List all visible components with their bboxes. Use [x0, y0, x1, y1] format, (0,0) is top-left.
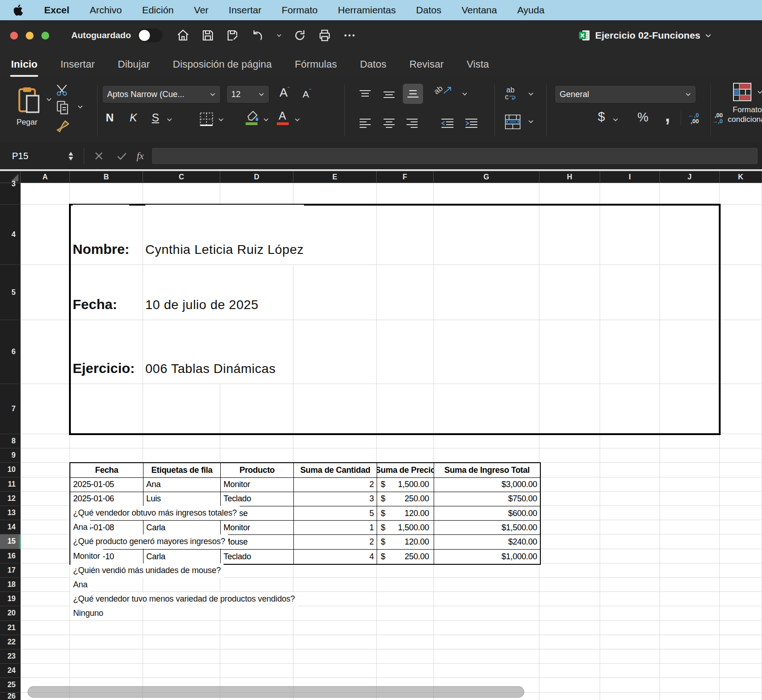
orientation-icon[interactable]: ab — [434, 86, 452, 95]
align-top-button[interactable] — [356, 86, 374, 103]
table-vendedor-1[interactable]: Luis — [143, 492, 221, 506]
qa-question-0[interactable]: ¿Qué vendedor obtuvo más ingresos totale… — [70, 506, 240, 520]
row-header-8[interactable]: 8 — [0, 434, 21, 448]
copy-icon[interactable] — [56, 100, 70, 115]
cell-D17[interactable] — [220, 563, 293, 578]
cell-H13[interactable] — [539, 506, 600, 520]
table-header-4[interactable]: Suma de Precio — [377, 463, 434, 477]
menu-herramientas[interactable]: Herramientas — [338, 5, 396, 16]
cell-H24[interactable] — [539, 664, 600, 678]
tab-vista[interactable]: Vista — [466, 56, 490, 73]
enter-icon[interactable] — [116, 151, 127, 161]
cell-C20[interactable] — [143, 606, 220, 620]
cell-I24[interactable] — [600, 664, 660, 678]
cell-H25[interactable] — [539, 678, 600, 692]
cell-K7[interactable] — [720, 384, 762, 434]
cell-E22[interactable] — [293, 635, 377, 649]
table-ingreso-4[interactable]: $240.00 — [434, 535, 540, 549]
table-ingreso-0[interactable]: $3,000.00 — [434, 478, 540, 492]
cell-K4[interactable] — [720, 205, 762, 265]
cell-C22[interactable] — [143, 635, 220, 649]
cell-A10[interactable] — [21, 463, 70, 477]
info-value-0[interactable]: Cynthia Leticia Ruiz López — [145, 205, 304, 264]
table-header-1[interactable]: Etiquetas de fila — [143, 463, 221, 477]
cell-F8[interactable] — [377, 434, 434, 448]
table-cantidad-2[interactable]: 5 — [294, 506, 377, 521]
cell-I22[interactable] — [600, 635, 660, 649]
redo-icon[interactable] — [293, 29, 307, 42]
cell-J3[interactable] — [660, 183, 720, 205]
cell-H22[interactable] — [539, 635, 600, 649]
row-header-20[interactable]: 20 — [0, 606, 21, 620]
cell-D22[interactable] — [220, 635, 293, 649]
cell-G18[interactable] — [434, 578, 539, 592]
row-header-15[interactable]: 15 — [0, 534, 21, 549]
table-fecha-0[interactable]: 2025-01-05 — [70, 478, 143, 492]
cell-J18[interactable] — [660, 578, 720, 592]
cell-I10[interactable] — [600, 463, 660, 477]
cell-J26[interactable] — [660, 693, 720, 700]
cell-I8[interactable] — [600, 434, 660, 448]
cell-K21[interactable] — [720, 621, 762, 635]
cell-K6[interactable] — [720, 320, 762, 384]
cell-J25[interactable] — [660, 678, 720, 692]
cell-K12[interactable] — [720, 492, 762, 506]
cell-I18[interactable] — [600, 578, 660, 592]
menu-excel[interactable]: Excel — [44, 5, 69, 16]
cell-K17[interactable] — [720, 563, 762, 578]
column-header-G[interactable]: G — [434, 171, 539, 183]
tab-disposici-n-de-p-gina[interactable]: Disposición de página — [172, 56, 273, 73]
format-painter-icon[interactable] — [55, 119, 71, 133]
cell-I26[interactable] — [600, 693, 660, 700]
align-bottom-button[interactable] — [403, 84, 423, 104]
cell-F18[interactable] — [377, 578, 434, 592]
save-as-icon[interactable] — [226, 29, 240, 42]
cell-G19[interactable] — [434, 592, 539, 606]
copy-menu-chevron[interactable] — [77, 105, 83, 109]
column-header-E[interactable]: E — [293, 171, 377, 183]
table-precio-0[interactable]: $1,500.00 — [377, 478, 434, 492]
tab-insertar[interactable]: Insertar — [59, 56, 96, 73]
menu-datos[interactable]: Datos — [416, 5, 441, 16]
cell-G3[interactable] — [434, 183, 539, 205]
cell-C18[interactable] — [143, 578, 220, 592]
cell-H17[interactable] — [539, 563, 600, 578]
cell-J19[interactable] — [660, 592, 720, 606]
row-header-9[interactable]: 9 — [0, 448, 21, 463]
bold-button[interactable]: N — [106, 111, 114, 124]
menu-ayuda[interactable]: Ayuda — [517, 5, 544, 16]
cell-H21[interactable] — [539, 621, 600, 635]
column-header-H[interactable]: H — [539, 171, 600, 183]
row-header-17[interactable]: 17 — [0, 563, 21, 578]
cell-I16[interactable] — [600, 549, 660, 563]
cell-K22[interactable] — [720, 635, 762, 649]
cell-H16[interactable] — [539, 549, 600, 563]
table-precio-5[interactable]: $250.00 — [377, 550, 434, 564]
insert-function-icon[interactable]: fx — [137, 150, 144, 162]
cell-I11[interactable] — [600, 477, 660, 492]
minimize-button[interactable] — [26, 32, 34, 40]
menu-archivo[interactable]: Archivo — [90, 5, 122, 16]
row-header-6[interactable]: 6 — [0, 320, 21, 384]
cell-G22[interactable] — [434, 635, 539, 649]
cell-E18[interactable] — [293, 578, 377, 592]
row-header-21[interactable]: 21 — [0, 621, 21, 635]
increase-indent-icon[interactable] — [462, 115, 481, 132]
cell-K5[interactable] — [720, 265, 762, 320]
cell-D24[interactable] — [220, 664, 293, 678]
number-format-dropdown[interactable]: General — [555, 85, 696, 103]
cell-E23[interactable] — [293, 649, 377, 664]
cell-I23[interactable] — [600, 649, 660, 664]
select-all-corner[interactable] — [0, 171, 21, 183]
row-header-24[interactable]: 24 — [0, 664, 21, 678]
font-name-dropdown[interactable]: Aptos Narrow (Cue... — [102, 85, 221, 103]
cell-K20[interactable] — [720, 606, 762, 620]
row-header-19[interactable]: 19 — [0, 592, 21, 606]
info-value-2[interactable]: 006 Tablas Dinámicas — [145, 320, 275, 384]
cell-E3[interactable] — [293, 183, 377, 205]
autosave-toggle[interactable] — [138, 29, 162, 42]
cell-D23[interactable] — [220, 649, 293, 664]
info-value-1[interactable]: 10 de julio de 2025 — [145, 265, 258, 320]
qa-answer-3[interactable]: Ninguno — [70, 606, 106, 620]
comma-format-button[interactable]: , — [665, 105, 670, 126]
